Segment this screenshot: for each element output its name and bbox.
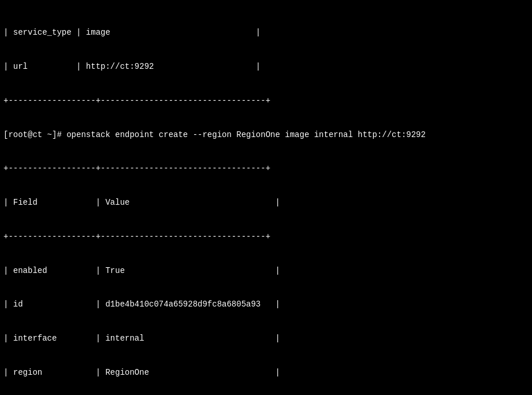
- terminal-line: +------------------+--------------------…: [3, 231, 529, 243]
- terminal-line: | id | d1be4b410c074a65928d9fc8a6805a93 …: [3, 299, 529, 311]
- terminal-line: | service_type | image |: [3, 27, 529, 39]
- terminal-line: | interface | internal |: [3, 333, 529, 345]
- terminal-line: | region | RegionOne |: [3, 367, 529, 379]
- terminal-line: +------------------+--------------------…: [3, 95, 529, 107]
- terminal-line: | url | http://ct:9292 |: [3, 61, 529, 73]
- terminal-line: | Field | Value |: [3, 197, 529, 209]
- terminal-window[interactable]: | service_type | image | | url | http://…: [2, 2, 530, 395]
- terminal-line: | enabled | True |: [3, 265, 529, 277]
- terminal-line: [root@ct ~]# openstack endpoint create -…: [3, 130, 529, 141]
- terminal-line: +------------------+--------------------…: [3, 163, 529, 175]
